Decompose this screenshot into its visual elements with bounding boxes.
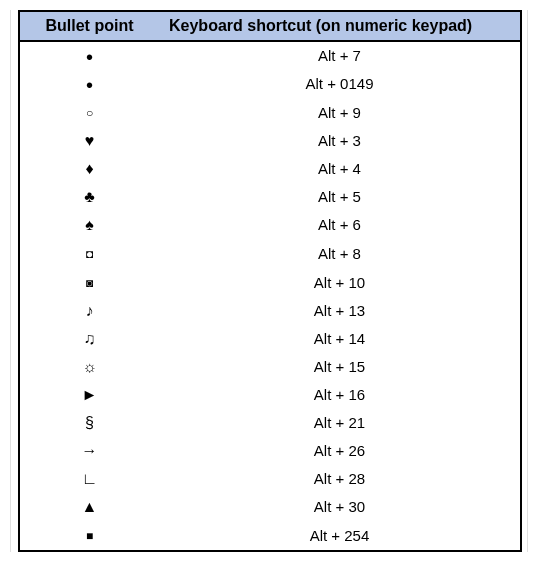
bullet-symbol: ♪ (86, 302, 94, 319)
table-row: •Alt + 0149 (19, 70, 521, 98)
shortcut-cell: Alt + 5 (159, 183, 521, 211)
table-header-row: Bullet point Keyboard shortcut (on numer… (19, 11, 521, 41)
gridline (10, 10, 11, 552)
bullet-symbol: ◘ (86, 247, 93, 261)
header-shortcut: Keyboard shortcut (on numeric keypad) (159, 11, 521, 41)
bullet-symbol: ► (82, 386, 98, 403)
spreadsheet-area: Bullet point Keyboard shortcut (on numer… (10, 10, 538, 552)
shortcut-cell: Alt + 16 (159, 381, 521, 409)
bullet-symbol: ♣ (84, 188, 95, 205)
bullet-symbol: • (86, 47, 93, 67)
table-row: •Alt + 7 (19, 41, 521, 70)
bullet-symbol-cell: ◙ (19, 268, 159, 297)
bullet-symbol: ♫ (84, 330, 96, 347)
shortcut-cell: Alt + 30 (159, 493, 521, 521)
bullet-symbol-cell: ♦ (19, 155, 159, 183)
table-row: ◙Alt + 10 (19, 268, 521, 297)
shortcut-cell: Alt + 6 (159, 211, 521, 239)
bullet-symbol: • (86, 75, 93, 95)
bullet-symbol: → (82, 442, 98, 459)
shortcut-cell: Alt + 0149 (159, 70, 521, 98)
shortcut-cell: Alt + 3 (159, 127, 521, 155)
shortcut-cell: Alt + 7 (159, 41, 521, 70)
table-row: ■Alt + 254 (19, 521, 521, 551)
table-row: ∟Alt + 28 (19, 465, 521, 493)
bullet-symbol: § (85, 414, 94, 431)
bullet-symbol-cell: ♠ (19, 211, 159, 239)
bullet-symbol-cell: ◘ (19, 239, 159, 268)
table-row: →Alt + 26 (19, 437, 521, 465)
table-row: ♣Alt + 5 (19, 183, 521, 211)
bullet-symbol-cell: ► (19, 381, 159, 409)
shortcut-cell: Alt + 21 (159, 409, 521, 437)
bullet-symbol-cell: ▲ (19, 493, 159, 521)
table-row: ☼Alt + 15 (19, 353, 521, 381)
bullet-symbol-cell: • (19, 41, 159, 70)
bullet-symbol-cell: ♫ (19, 325, 159, 353)
table-row: §Alt + 21 (19, 409, 521, 437)
table-row: ♥Alt + 3 (19, 127, 521, 155)
table-body: •Alt + 7•Alt + 0149○Alt + 9♥Alt + 3♦Alt … (19, 41, 521, 551)
bullet-symbol: ♥ (85, 132, 95, 149)
bullet-symbol: ☼ (82, 358, 97, 375)
table-row: ▲Alt + 30 (19, 493, 521, 521)
shortcut-cell: Alt + 10 (159, 268, 521, 297)
shortcut-cell: Alt + 9 (159, 98, 521, 127)
bullet-symbol: ▲ (82, 498, 98, 515)
table-row: ○Alt + 9 (19, 98, 521, 127)
table-row: ♫Alt + 14 (19, 325, 521, 353)
shortcut-table: Bullet point Keyboard shortcut (on numer… (18, 10, 522, 552)
bullet-symbol: ♠ (85, 216, 94, 233)
table-row: ◘Alt + 8 (19, 239, 521, 268)
bullet-symbol-cell: → (19, 437, 159, 465)
shortcut-cell: Alt + 8 (159, 239, 521, 268)
bullet-symbol-cell: ♣ (19, 183, 159, 211)
shortcut-cell: Alt + 28 (159, 465, 521, 493)
bullet-symbol-cell: ♪ (19, 297, 159, 325)
bullet-symbol-cell: • (19, 70, 159, 98)
shortcut-cell: Alt + 254 (159, 521, 521, 551)
bullet-symbol: ■ (86, 529, 93, 543)
shortcut-cell: Alt + 15 (159, 353, 521, 381)
bullet-symbol-cell: ♥ (19, 127, 159, 155)
shortcut-cell: Alt + 13 (159, 297, 521, 325)
table-row: ►Alt + 16 (19, 381, 521, 409)
bullet-symbol: ♦ (85, 160, 93, 177)
shortcut-cell: Alt + 14 (159, 325, 521, 353)
table-row: ♦Alt + 4 (19, 155, 521, 183)
bullet-symbol-cell: ☼ (19, 353, 159, 381)
bullet-symbol: ∟ (82, 470, 98, 487)
shortcut-cell: Alt + 26 (159, 437, 521, 465)
bullet-symbol-cell: ○ (19, 98, 159, 127)
bullet-symbol: ◙ (86, 276, 93, 290)
table-row: ♪Alt + 13 (19, 297, 521, 325)
header-bullet: Bullet point (19, 11, 159, 41)
table-row: ♠Alt + 6 (19, 211, 521, 239)
shortcut-cell: Alt + 4 (159, 155, 521, 183)
gridline (527, 10, 528, 552)
bullet-symbol-cell: ∟ (19, 465, 159, 493)
bullet-symbol-cell: § (19, 409, 159, 437)
bullet-symbol: ○ (86, 106, 93, 120)
bullet-symbol-cell: ■ (19, 521, 159, 551)
